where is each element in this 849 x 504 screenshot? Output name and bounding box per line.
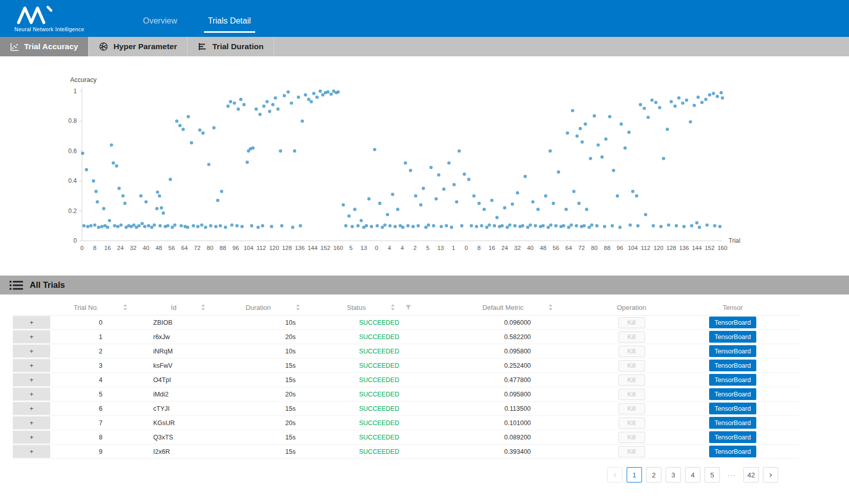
kill-button[interactable]: Kill bbox=[618, 389, 645, 400]
scatter-point[interactable] bbox=[718, 225, 721, 228]
tensorboard-button[interactable]: TensorBoard bbox=[709, 388, 756, 400]
scatter-point[interactable] bbox=[472, 194, 475, 197]
scatter-point[interactable] bbox=[186, 226, 189, 229]
scatter-point[interactable] bbox=[695, 221, 698, 224]
scatter-point[interactable] bbox=[511, 202, 514, 205]
scatter-point[interactable] bbox=[198, 129, 201, 132]
scatter-point[interactable] bbox=[283, 94, 286, 97]
scatter-point[interactable] bbox=[235, 224, 238, 227]
scatter-point[interactable] bbox=[92, 179, 95, 182]
scatter-point[interactable] bbox=[237, 108, 240, 111]
kill-button[interactable]: Kill bbox=[618, 432, 645, 443]
scatter-point[interactable] bbox=[547, 226, 550, 229]
scatter-point[interactable] bbox=[158, 224, 161, 227]
tensorboard-button[interactable]: TensorBoard bbox=[709, 446, 756, 457]
scatter-point[interactable] bbox=[175, 119, 178, 122]
accuracy-scatter-chart[interactable]: Accuracy00.20.40.60.81081624324048566472… bbox=[0, 67, 849, 269]
scatter-point[interactable] bbox=[342, 203, 345, 206]
scatter-point[interactable] bbox=[524, 175, 527, 178]
scatter-point[interactable] bbox=[603, 225, 606, 228]
tensorboard-button[interactable]: TensorBoard bbox=[709, 374, 756, 386]
kill-button[interactable]: Kill bbox=[618, 403, 645, 414]
scatter-point[interactable] bbox=[233, 101, 236, 104]
kill-button[interactable]: Kill bbox=[618, 417, 645, 429]
scatter-point[interactable] bbox=[367, 197, 370, 200]
scatter-point[interactable] bbox=[319, 90, 322, 93]
scatter-point[interactable] bbox=[673, 104, 676, 108]
scatter-point[interactable] bbox=[242, 103, 245, 106]
scatter-point[interactable] bbox=[480, 224, 483, 227]
tab-hyper-parameter[interactable]: Hyper Parameter bbox=[89, 37, 188, 56]
scatter-point[interactable] bbox=[604, 137, 607, 140]
expand-row-button[interactable]: + bbox=[13, 330, 50, 343]
scatter-point[interactable] bbox=[681, 101, 684, 104]
scatter-point[interactable] bbox=[297, 95, 300, 98]
scatter-point[interactable] bbox=[618, 226, 622, 229]
scatter-point[interactable] bbox=[685, 98, 688, 101]
sort-icon[interactable] bbox=[201, 304, 205, 311]
scatter-point[interactable] bbox=[265, 100, 268, 103]
scatter-point[interactable] bbox=[529, 223, 532, 226]
scatter-point[interactable] bbox=[455, 200, 458, 203]
scatter-point[interactable] bbox=[531, 200, 534, 203]
scatter-point[interactable] bbox=[650, 98, 653, 101]
tensorboard-button[interactable]: TensorBoard bbox=[709, 360, 756, 371]
scatter-point[interactable] bbox=[460, 224, 463, 227]
scatter-point[interactable] bbox=[383, 223, 386, 226]
scatter-point[interactable] bbox=[452, 183, 455, 186]
scatter-point[interactable] bbox=[549, 223, 552, 226]
scatter-point[interactable] bbox=[181, 128, 184, 131]
scatter-point[interactable] bbox=[214, 225, 217, 228]
scatter-point[interactable] bbox=[326, 90, 329, 93]
scatter-point[interactable] bbox=[636, 224, 639, 227]
scatter-point[interactable] bbox=[639, 103, 642, 106]
scatter-point[interactable] bbox=[495, 216, 499, 219]
kill-button[interactable]: Kill bbox=[618, 446, 645, 457]
tab-trial-accuracy[interactable]: Trial Accuracy bbox=[0, 37, 89, 56]
scatter-point[interactable] bbox=[85, 168, 88, 171]
scatter-point[interactable] bbox=[162, 212, 165, 215]
scatter-point[interactable] bbox=[544, 194, 547, 197]
expand-row-button[interactable]: + bbox=[13, 373, 50, 386]
scatter-point[interactable] bbox=[271, 103, 274, 106]
scatter-point[interactable] bbox=[572, 190, 575, 193]
scatter-point[interactable] bbox=[493, 224, 496, 227]
scatter-point[interactable] bbox=[293, 150, 296, 153]
scatter-point[interactable] bbox=[624, 146, 627, 150]
scatter-point[interactable] bbox=[467, 178, 470, 181]
kill-button[interactable]: Kill bbox=[618, 346, 645, 357]
scatter-point[interactable] bbox=[291, 226, 294, 229]
scatter-point[interactable] bbox=[429, 166, 432, 169]
scatter-point[interactable] bbox=[583, 224, 586, 227]
scatter-point[interactable] bbox=[427, 223, 430, 226]
scatter-point[interactable] bbox=[166, 224, 169, 227]
scatter-point[interactable] bbox=[106, 226, 109, 229]
nav-overview[interactable]: Overview bbox=[139, 16, 181, 34]
scatter-point[interactable] bbox=[406, 224, 409, 227]
scatter-point[interactable] bbox=[192, 224, 195, 227]
scatter-point[interactable] bbox=[216, 199, 219, 202]
scatter-point[interactable] bbox=[250, 224, 253, 227]
scatter-point[interactable] bbox=[570, 223, 573, 226]
scatter-point[interactable] bbox=[422, 187, 425, 190]
pagination-page-42[interactable]: 42 bbox=[743, 467, 759, 482]
scatter-point[interactable] bbox=[115, 164, 118, 167]
pagination-page-2[interactable]: 2 bbox=[646, 467, 661, 482]
scatter-point[interactable] bbox=[94, 190, 97, 193]
tab-trial-duration[interactable]: Trial Duration bbox=[188, 37, 274, 56]
scatter-point[interactable] bbox=[150, 226, 153, 229]
scatter-point[interactable] bbox=[458, 150, 461, 153]
scatter-point[interactable] bbox=[542, 224, 545, 227]
scatter-point[interactable] bbox=[140, 222, 143, 225]
scatter-point[interactable] bbox=[381, 226, 384, 229]
scatter-point[interactable] bbox=[96, 200, 99, 203]
scatter-point[interactable] bbox=[286, 90, 289, 93]
scatter-point[interactable] bbox=[442, 187, 445, 191]
scatter-point[interactable] bbox=[608, 115, 611, 118]
scatter-point[interactable] bbox=[600, 155, 604, 158]
scatter-point[interactable] bbox=[700, 101, 703, 104]
scatter-point[interactable] bbox=[571, 109, 574, 112]
pagination-prev[interactable]: ‹ bbox=[607, 467, 623, 482]
scatter-point[interactable] bbox=[158, 194, 161, 197]
scatter-point[interactable] bbox=[437, 173, 440, 176]
